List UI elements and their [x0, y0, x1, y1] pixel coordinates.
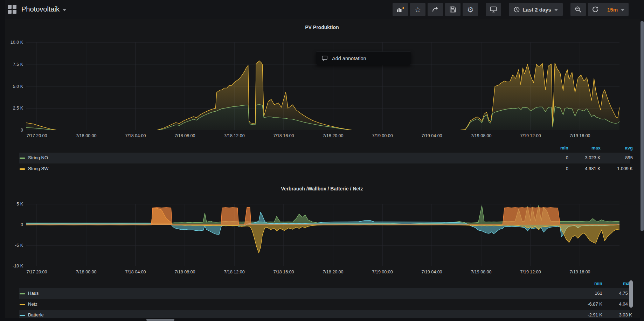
legend-header-row: min max avg: [19, 145, 630, 152]
refresh-interval-picker[interactable]: 15m: [603, 3, 629, 16]
panel-title-verbrauch[interactable]: Verbrauch /Wallbox / Batterie / Netz: [0, 186, 644, 191]
dashboard-title-dropdown[interactable]: Photovoltaik: [8, 5, 66, 14]
refresh-interval-label: 15m: [607, 7, 618, 13]
y-tick-label: 5.0 K: [0, 84, 23, 89]
series-color-swatch[interactable]: [20, 158, 25, 159]
x-tick-label: 7/18 16:00: [273, 133, 294, 138]
share-icon: [432, 6, 439, 13]
stat-min: -2.91 K: [588, 312, 602, 317]
clock-icon: [514, 7, 520, 13]
page-scrollbar-thumb[interactable]: [640, 21, 644, 231]
x-tick-label: 7/17 20:00: [26, 133, 47, 138]
legend-header-max[interactable]: max: [591, 145, 601, 151]
y-tick-label: 5 K: [0, 202, 23, 207]
dashboards-grid-icon: [8, 5, 16, 14]
star-icon: ☆: [415, 6, 421, 13]
share-button[interactable]: [428, 3, 443, 16]
save-button[interactable]: [445, 3, 461, 16]
legend-row-haus[interactable]: Haus 161 4.75 K: [19, 288, 630, 299]
save-icon: [450, 6, 456, 13]
legend-row-string-sw[interactable]: String SW 0 4.981 K 1.009 K: [19, 163, 630, 174]
time-range-picker[interactable]: Last 2 days: [509, 3, 563, 16]
legend-row-string-no[interactable]: String NO 0 3.023 K 895: [19, 153, 630, 163]
grafana-dashboard: Photovoltaik ☆: [0, 0, 644, 321]
refresh-icon: [592, 6, 598, 13]
x-tick-label: 7/19 04:00: [421, 133, 442, 138]
y-tick-label: 2.5 K: [0, 106, 23, 111]
zoom-out-button[interactable]: [570, 3, 586, 16]
x-tick-label: 7/18 08:00: [174, 270, 195, 274]
stat-max: 3.03 K: [619, 312, 632, 317]
series-color-swatch[interactable]: [20, 293, 25, 294]
settings-button[interactable]: ⚙: [463, 3, 478, 16]
y-tick-label: 10.0 K: [0, 40, 23, 45]
add-panel-button[interactable]: [393, 3, 408, 16]
navbar: Photovoltaik ☆: [0, 0, 644, 19]
x-tick-label: 7/18 12:00: [224, 270, 245, 274]
chevron-down-icon: [621, 9, 624, 11]
x-tick-label: 7/18 04:00: [125, 270, 146, 274]
x-tick-label: 7/19 12:00: [520, 133, 541, 138]
horizontal-scrollbar-thumb[interactable]: [146, 319, 174, 321]
refresh-controls: 15m: [588, 3, 629, 16]
stat-avg: 895: [625, 155, 633, 160]
series-name[interactable]: Haus: [28, 291, 39, 296]
legend-header-avg[interactable]: avg: [625, 145, 633, 151]
add-annotation-label: Add annotation: [332, 56, 366, 61]
x-tick-label: 7/19 16:00: [569, 270, 590, 274]
legend-header-min[interactable]: min: [594, 281, 602, 286]
x-tick-label: 7/18 20:00: [323, 270, 343, 274]
x-tick-label: 7/19 16:00: [569, 133, 590, 138]
series-name[interactable]: String SW: [28, 166, 49, 171]
x-tick-label: 7/18 08:00: [174, 133, 195, 138]
series-color-swatch[interactable]: [20, 315, 25, 316]
legend-header-row: min max: [19, 280, 630, 287]
series-color-swatch[interactable]: [20, 304, 25, 305]
time-range-label: Last 2 days: [522, 7, 551, 13]
star-button[interactable]: ☆: [410, 3, 425, 16]
panel-title-pv-produktion[interactable]: PV Produktion: [0, 25, 644, 30]
x-tick-label: 7/19 00:00: [372, 133, 393, 138]
stat-max: 3.023 K: [585, 155, 601, 160]
legend-header-min[interactable]: min: [560, 145, 568, 151]
chevron-down-icon: [554, 9, 558, 11]
y-tick-label: -10 K: [0, 264, 23, 268]
dashboard-title[interactable]: Photovoltaik: [21, 5, 60, 13]
horizontal-scrollbar-track[interactable]: [5, 318, 640, 321]
chevron-down-icon: [63, 9, 66, 11]
x-tick-label: 7/19 12:00: [520, 270, 541, 274]
series-name[interactable]: String NO: [28, 155, 48, 160]
monitor-icon: [490, 6, 497, 13]
x-tick-label: 7/17 20:00: [26, 270, 47, 274]
stat-max: 4.981 K: [585, 166, 601, 171]
comment-icon: [322, 56, 328, 61]
left-edge-strip: [0, 0, 5, 321]
add-annotation-menu-item[interactable]: Add annotation: [316, 51, 411, 65]
x-tick-label: 7/18 00:00: [76, 270, 96, 274]
x-tick-label: 7/18 20:00: [323, 133, 343, 138]
legend-row-netz[interactable]: Netz -6.87 K 4.04 K: [19, 299, 630, 310]
x-tick-label: 7/19 00:00: [372, 270, 393, 274]
gear-icon: ⚙: [467, 6, 474, 13]
series-name[interactable]: Netz: [28, 301, 37, 307]
refresh-button[interactable]: [588, 3, 603, 16]
zoom-out-icon: [575, 6, 582, 13]
x-tick-label: 7/18 00:00: [76, 133, 96, 138]
stat-min: -6.87 K: [588, 301, 602, 307]
y-tick-label: 7.5 K: [0, 62, 23, 67]
y-tick-label: -5 K: [0, 243, 23, 248]
legend-scrollbar-thumb[interactable]: [629, 280, 633, 308]
add-panel-icon: [396, 6, 404, 13]
cycle-view-button[interactable]: [486, 3, 501, 16]
x-tick-label: 7/19 08:00: [471, 133, 491, 138]
series-name[interactable]: Batterie: [28, 312, 44, 317]
x-tick-label: 7/18 16:00: [273, 270, 294, 274]
series-color-swatch[interactable]: [20, 168, 25, 170]
stat-min: 161: [595, 291, 602, 296]
stat-min: 0: [566, 166, 568, 171]
y-tick-label: 0: [0, 128, 23, 133]
verbrauch-plot-area[interactable]: [26, 204, 619, 266]
x-tick-label: 7/19 08:00: [471, 270, 491, 274]
x-tick-label: 7/19 04:00: [421, 270, 442, 274]
stat-avg: 1.009 K: [617, 166, 633, 171]
